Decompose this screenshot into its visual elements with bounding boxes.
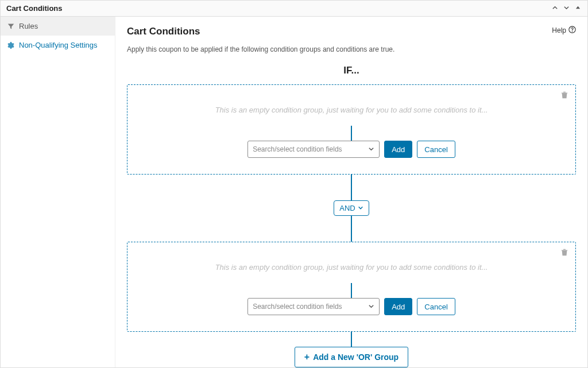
connector-line — [351, 332, 352, 347]
and-label: AND — [339, 204, 355, 212]
help-label: Help — [552, 26, 566, 34]
subtitle: Apply this coupon to be applied if the f… — [127, 45, 576, 53]
plus-icon: + — [304, 352, 310, 362]
empty-group-text: This is an empty condition group, just w… — [138, 106, 565, 114]
sidebar-item-label: Non-Qualifying Settings — [19, 41, 98, 49]
connector-line — [351, 175, 352, 200]
connector-line — [351, 283, 352, 298]
cancel-condition-button[interactable]: Cancel — [417, 298, 455, 315]
filter-icon — [7, 23, 14, 30]
select-placeholder: Search/select condition fields — [253, 145, 342, 153]
caret-up-icon[interactable] — [574, 5, 582, 11]
chevron-down-icon[interactable] — [562, 5, 570, 12]
help-icon — [568, 26, 576, 35]
chevron-up-icon[interactable] — [551, 5, 559, 12]
add-condition-button[interactable]: Add — [384, 141, 412, 158]
page-title: Cart Conditions — [127, 26, 200, 37]
condition-field-select[interactable]: Search/select condition fields — [247, 298, 380, 315]
empty-group-text: This is an empty condition group, just w… — [138, 263, 565, 272]
sidebar-item-label: Rules — [19, 22, 38, 30]
if-label: IF... — [127, 65, 576, 76]
and-operator-toggle[interactable]: AND — [334, 200, 369, 216]
chevron-down-icon — [368, 303, 374, 311]
help-link[interactable]: Help — [552, 26, 576, 35]
sidebar: Rules Non-Qualifying Settings — [1, 17, 115, 367]
sidebar-item-rules[interactable]: Rules — [1, 17, 115, 36]
panel-header: Cart Conditions — [1, 1, 587, 17]
condition-field-select[interactable]: Search/select condition fields — [247, 141, 380, 158]
connector-line — [351, 126, 352, 141]
chevron-down-icon — [368, 145, 374, 154]
cancel-condition-button[interactable]: Cancel — [417, 141, 455, 158]
condition-group: This is an empty condition group, just w… — [127, 84, 576, 175]
connector-line — [351, 216, 352, 242]
panel-title: Cart Conditions — [6, 4, 63, 13]
add-condition-button[interactable]: Add — [384, 298, 412, 315]
trash-icon[interactable] — [560, 91, 568, 100]
panel-controls — [551, 5, 582, 12]
select-placeholder: Search/select condition fields — [253, 303, 342, 311]
trash-icon[interactable] — [560, 248, 568, 258]
chevron-down-icon — [358, 204, 363, 212]
svg-point-1 — [572, 31, 572, 32]
main-content: Cart Conditions Help Apply this coupon t… — [115, 17, 587, 367]
gear-icon — [7, 42, 14, 49]
add-or-group-button[interactable]: + Add a New 'OR' Group — [295, 347, 408, 367]
condition-group: This is an empty condition group, just w… — [127, 242, 576, 332]
add-or-label: Add a New 'OR' Group — [313, 352, 399, 362]
sidebar-item-nonqualifying[interactable]: Non-Qualifying Settings — [1, 36, 115, 55]
